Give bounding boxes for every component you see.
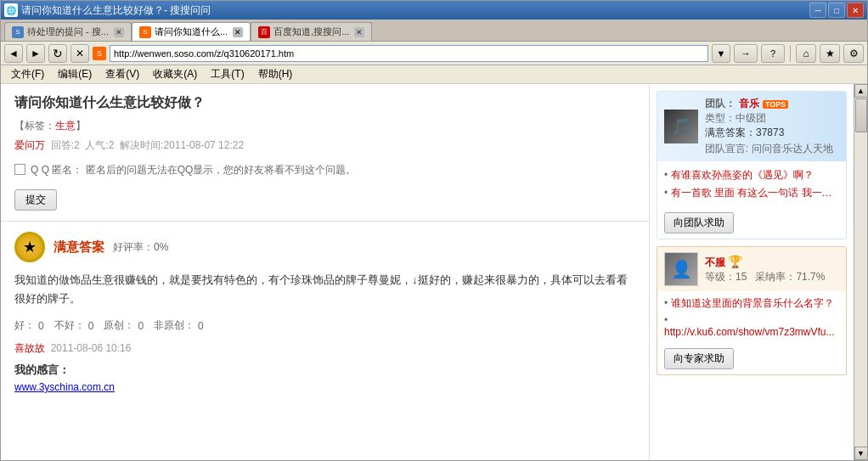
tab-baidu[interactable]: 百 百度知道,搜搜问... ✕ <box>251 22 372 41</box>
tab-close-current[interactable]: ✕ <box>233 27 243 37</box>
address-favicon: S <box>93 47 106 60</box>
non-original-label: 非原创： <box>154 318 194 333</box>
asker-link[interactable]: 爱问万 <box>14 139 45 151</box>
menu-tools[interactable]: 工具(T) <box>204 65 251 83</box>
answer-author: 喜故故 2011-08-06 10:16 <box>14 341 635 356</box>
search-dropdown-button[interactable]: ▼ <box>712 44 730 63</box>
satisfied-count: 37873 <box>756 126 784 138</box>
main-scrollbar[interactable]: ▲ ▼ <box>854 84 867 460</box>
team-info: 团队： 音乐 TOPS 类型：中级团 满意答案：37873 团队宣言: 问问音乐… <box>705 97 839 156</box>
forward-button[interactable]: ► <box>26 44 45 63</box>
expert-links: 谁知道这里面的背景音乐什么名字？ http://v.ku6.com/show/v… <box>657 291 846 343</box>
level-label: 等级： <box>705 271 736 283</box>
opinion-site-link[interactable]: www.3yschina.com.cn <box>14 381 115 393</box>
expert-name: 不服 🏆 <box>705 255 839 270</box>
browser-icon: 🌐 <box>4 3 18 17</box>
answer-date: 2011-08-06 10:16 <box>51 342 132 354</box>
answer-rating: 好：0 不好：0 原创：0 非原创：0 <box>14 318 635 333</box>
bad-label: 不好： <box>54 318 85 333</box>
expert-info: 不服 🏆 等级：15 采纳率：71.7% <box>705 255 839 284</box>
original-count: 0 <box>138 320 144 332</box>
expert-help-button[interactable]: 向专家求助 <box>664 348 734 369</box>
search-button[interactable]: ? <box>761 44 785 63</box>
scroll-thumb[interactable] <box>855 98 867 132</box>
team-help-button[interactable]: 向团队求助 <box>664 212 734 233</box>
medal-icon: ★ <box>14 232 45 262</box>
separator <box>790 45 791 62</box>
qq-desc: 匿名后的问题无法在QQ显示，您的好友将看不到这个问题。 <box>86 164 357 176</box>
favorites-star-icon[interactable]: ★ <box>820 44 840 63</box>
team-stats: 满意答案：37873 <box>705 126 839 140</box>
tab-favicon-current: S <box>139 26 151 38</box>
team-link-1[interactable]: 有一首歌 里面 有这么一句话 我一… <box>664 184 839 202</box>
stop-button[interactable]: ✕ <box>70 44 89 63</box>
menu-view[interactable]: 查看(V) <box>99 65 146 83</box>
menu-file[interactable]: 文件(F) <box>4 65 51 83</box>
settings-icon[interactable]: ⚙ <box>843 44 864 63</box>
good-rate: 好评率：0% <box>113 240 168 255</box>
menu-help[interactable]: 帮助(H) <box>251 65 300 83</box>
expert-link-1[interactable]: http://v.ku6.com/show/vm7z3mwVfu... <box>664 312 839 340</box>
submit-button[interactable]: 提交 <box>14 189 57 211</box>
address-input[interactable] <box>110 45 708 62</box>
satisfied-label: 满意答案： <box>705 126 756 138</box>
team-name-link[interactable]: 音乐 <box>739 97 759 111</box>
qq-anon-checkbox[interactable] <box>14 164 25 175</box>
team-link-0[interactable]: 有谁喜欢孙燕姿的《遇见》啊？ <box>664 166 839 184</box>
good-rate-value: 0% <box>154 241 168 253</box>
go-button[interactable]: → <box>734 44 758 63</box>
scroll-track[interactable] <box>854 98 868 447</box>
back-button[interactable]: ◄ <box>4 44 23 63</box>
good-label: 好： <box>14 318 35 333</box>
tab-close-baidu[interactable]: ✕ <box>354 27 364 37</box>
title-bar: 🌐 请问你知道什么生意比较好做？- 搜搜问问 ─ □ ✕ <box>1 1 867 20</box>
tab-pending[interactable]: S 待处理的提问 - 搜... ✕ <box>4 22 132 41</box>
sidebar: 🎵 团队： 音乐 TOPS 类型：中级团 满意答案：37873 <box>650 84 854 460</box>
my-opinion-label: 我的感言： <box>14 363 635 378</box>
main-panel: 请问你知道什么生意比较好做？ 【标签：生意】 爱问万 回答:2 人气:2 解决时… <box>1 84 650 460</box>
non-original-count: 0 <box>198 320 204 332</box>
maximize-button[interactable]: □ <box>828 3 845 18</box>
title-bar-left: 🌐 请问你知道什么生意比较好做？- 搜搜问问 <box>4 3 211 18</box>
expert-header: 👤 不服 🏆 等级：15 采纳率：71.7% <box>657 247 846 291</box>
minimize-button[interactable]: ─ <box>809 3 826 18</box>
answer-header: ★ 满意答案 好评率：0% <box>14 232 635 262</box>
refresh-button[interactable]: ↻ <box>48 44 67 63</box>
accept-label: 采纳率： <box>755 271 796 283</box>
original-item: 原创：0 <box>104 318 144 333</box>
team-type-label: 类型： <box>705 112 736 124</box>
team-links: 有谁喜欢孙燕姿的《遇见》啊？ 有一首歌 里面 有这么一句话 我一… <box>657 161 846 207</box>
close-button[interactable]: ✕ <box>847 3 864 18</box>
tab-close-pending[interactable]: ✕ <box>114 27 124 37</box>
non-original-item: 非原创：0 <box>154 318 204 333</box>
scroll-up-arrow[interactable]: ▲ <box>854 84 868 98</box>
level-value: 15 <box>736 271 747 283</box>
home-icon[interactable]: ⌂ <box>796 44 816 63</box>
expert-link-0[interactable]: 谁知道这里面的背景音乐什么名字？ <box>664 295 839 312</box>
question-tag: 【标签：生意】 <box>14 119 635 133</box>
opinion-site: www.3yschina.com.cn <box>14 381 635 393</box>
team-card-header: 🎵 团队： 音乐 TOPS 类型：中级团 满意答案：37873 <box>657 92 846 161</box>
team-name: 团队： 音乐 TOPS <box>705 97 839 111</box>
browser-window: 🌐 请问你知道什么生意比较好做？- 搜搜问问 ─ □ ✕ S 待处理的提问 - … <box>0 0 868 461</box>
tag-link[interactable]: 生意 <box>55 120 76 132</box>
expert-avatar: 👤 <box>664 252 698 286</box>
bad-count-item: 不好：0 <box>54 318 94 333</box>
tab-label-current: 请问你知道什么... <box>155 25 228 38</box>
scroll-down-arrow[interactable]: ▼ <box>854 447 868 460</box>
author-link[interactable]: 喜故故 <box>14 342 45 354</box>
question-section: 请问你知道什么生意比较好做？ 【标签：生意】 爱问万 回答:2 人气:2 解决时… <box>1 84 649 222</box>
tab-label-pending: 待处理的提问 - 搜... <box>27 25 109 38</box>
tab-current[interactable]: S 请问你知道什么... ✕ <box>132 22 251 41</box>
team-card: 🎵 团队： 音乐 TOPS 类型：中级团 满意答案：37873 <box>657 91 847 239</box>
qq-label: Q Q 匿名： <box>31 164 82 176</box>
title-bar-text: 请问你知道什么生意比较好做？- 搜搜问问 <box>21 3 211 18</box>
question-meta: 爱问万 回答:2 人气:2 解决时间:2011-08-07 12:22 <box>14 138 635 153</box>
expert-card: 👤 不服 🏆 等级：15 采纳率：71.7% 谁 <box>657 246 847 375</box>
menu-favorites[interactable]: 收藏夹(A) <box>146 65 204 83</box>
menu-edit[interactable]: 编辑(E) <box>51 65 99 83</box>
expert-name-link[interactable]: 不服 <box>705 256 725 268</box>
answer-label: 满意答案 <box>54 239 104 256</box>
tab-favicon-baidu: 百 <box>258 26 270 38</box>
content-area: 请问你知道什么生意比较好做？ 【标签：生意】 爱问万 回答:2 人气:2 解决时… <box>1 84 867 460</box>
